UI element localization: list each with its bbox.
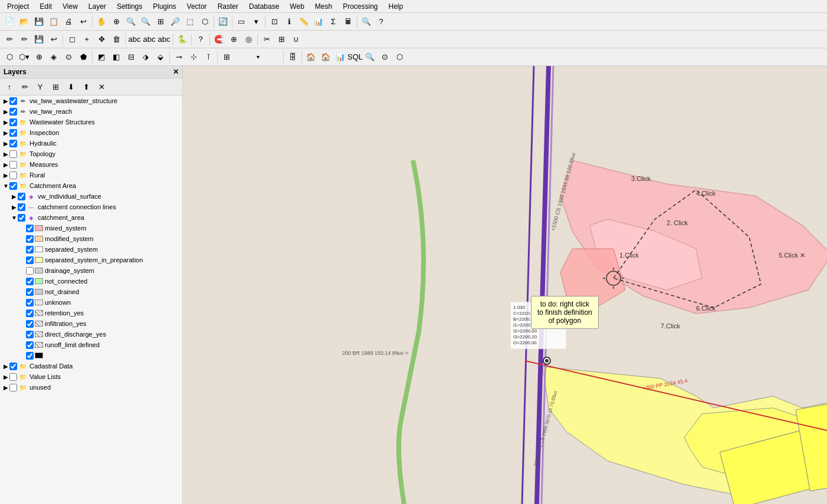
edit-button[interactable]: ✏ xyxy=(17,32,31,47)
layers-filter-button[interactable]: Y xyxy=(33,80,47,94)
expand-icon[interactable]: ▶ xyxy=(2,140,9,147)
select-button[interactable]: ▭ xyxy=(234,15,248,29)
layer-checkbox[interactable] xyxy=(26,246,34,253)
layer-checkbox[interactable] xyxy=(26,256,34,264)
layer-checkbox[interactable] xyxy=(26,331,34,338)
help-btn2[interactable]: ? xyxy=(193,32,208,47)
expand-icon[interactable]: ▶ xyxy=(2,162,9,168)
zoom-layer-button[interactable]: 🔎 xyxy=(168,15,182,29)
layer-checkbox[interactable] xyxy=(9,118,17,126)
layer-checkbox[interactable] xyxy=(9,182,17,190)
layer-checkbox[interactable] xyxy=(18,203,25,211)
zoom-selection-button[interactable]: ⬚ xyxy=(183,15,197,29)
layer-row[interactable]: ▶ 📁 Cadastral Data xyxy=(0,361,182,371)
calculator-button[interactable]: 🖩 xyxy=(341,15,355,29)
expand-icon[interactable]: ▶ xyxy=(2,119,9,126)
snap3-button[interactable]: ◎ xyxy=(241,32,255,47)
adv9[interactable]: ⊟ xyxy=(124,50,138,64)
layer-row[interactable]: ▶ 📁 Wastewater Structures xyxy=(0,117,182,127)
measure-button[interactable]: 📏 xyxy=(297,15,311,29)
save-edits-button[interactable]: 💾 xyxy=(32,32,46,47)
layer-checkbox[interactable] xyxy=(9,129,17,137)
layer-row[interactable]: ▶ 📁 unused xyxy=(0,382,182,393)
layer-checkbox[interactable] xyxy=(26,309,34,317)
locator-button[interactable]: 🔍 xyxy=(359,15,373,29)
layer-checkbox[interactable] xyxy=(9,140,17,147)
layer-checkbox[interactable] xyxy=(9,384,17,391)
layers-open-button[interactable]: ↑ xyxy=(2,80,17,94)
menu-view[interactable]: View xyxy=(58,1,83,12)
layer-checkbox[interactable] xyxy=(9,161,17,169)
layer-row[interactable]: ▶ ✏ vw_tww_wastewater_structure xyxy=(0,95,182,106)
menu-plugins[interactable]: Plugins xyxy=(148,1,181,12)
layers-add-group[interactable]: ⊞ xyxy=(48,80,63,94)
adv22[interactable]: 🔍 xyxy=(363,50,377,64)
expand-icon[interactable]: ▶ xyxy=(2,374,9,380)
snap2-button[interactable]: ⊕ xyxy=(227,32,241,47)
layer-row[interactable]: ▶ 📁 Hydraulic xyxy=(0,138,182,149)
layer-row[interactable]: ▶ — catchment connection lines xyxy=(0,202,182,212)
layer-row[interactable]: ▶ ✏ vw_tww_reach xyxy=(0,106,182,117)
adv10[interactable]: ⬗ xyxy=(139,50,153,64)
menu-database[interactable]: Database xyxy=(244,1,284,12)
adv14[interactable]: ⊺ xyxy=(201,50,215,64)
rollback-button[interactable]: ↩ xyxy=(47,32,61,47)
layer-row[interactable]: ▶ 📁 Value Lists xyxy=(0,371,182,382)
adv21[interactable]: SQL xyxy=(348,50,362,64)
layer-row[interactable]: ▶ 📁 Measures xyxy=(0,159,182,170)
expand-icon[interactable]: ▶ xyxy=(2,151,9,157)
refresh-button[interactable]: 🔄 xyxy=(216,15,230,29)
layer-row[interactable]: ▶ 📁 Topology xyxy=(0,149,182,159)
expand-icon[interactable]: ▼ xyxy=(2,183,9,189)
menu-layer[interactable]: Layer xyxy=(84,1,111,12)
adv18[interactable]: 🏠 xyxy=(304,50,318,64)
layers-remove-button[interactable]: ✕ xyxy=(94,80,109,94)
layer-row[interactable]: ▶ ◈ vw_individual_surface xyxy=(0,191,182,202)
adv24[interactable]: ⬡ xyxy=(392,50,406,64)
pan-map-button[interactable]: ⊕ xyxy=(109,15,123,29)
zoom-out-button[interactable]: 🔍 xyxy=(139,15,153,29)
layer-checkbox[interactable] xyxy=(26,341,34,349)
layer-checkbox[interactable] xyxy=(26,267,34,275)
layers-close-btn[interactable]: ✕ xyxy=(173,68,179,76)
open-project-button[interactable]: 📂 xyxy=(17,15,31,29)
save-as-button[interactable]: 📋 xyxy=(47,15,61,29)
expand-icon[interactable]: ▼ xyxy=(11,215,18,221)
expand-icon[interactable]: ▶ xyxy=(2,98,9,104)
digitize-more1[interactable]: ✂ xyxy=(260,32,274,47)
layer-row[interactable]: ▶ 📁 Inspection xyxy=(0,127,182,138)
adv19[interactable]: 🏠 xyxy=(319,50,333,64)
adv4[interactable]: ◈ xyxy=(47,50,61,64)
adv16[interactable]: ▾ xyxy=(234,50,281,64)
adv1[interactable]: ⬡ xyxy=(2,50,17,64)
layer-checkbox[interactable] xyxy=(9,108,17,116)
zoom-full-button[interactable]: ⊞ xyxy=(153,15,168,29)
expand-icon[interactable]: ▶ xyxy=(11,204,18,210)
snap-button[interactable]: 🧲 xyxy=(212,32,226,47)
layer-checkbox[interactable] xyxy=(9,363,17,370)
layer-checkbox[interactable] xyxy=(26,235,34,243)
python-button[interactable]: 🐍 xyxy=(175,32,189,47)
pan-button[interactable]: ✋ xyxy=(94,15,109,29)
adv6[interactable]: ⬟ xyxy=(76,50,90,64)
layer-checkbox[interactable] xyxy=(9,172,17,179)
digitize-more2[interactable]: ⊞ xyxy=(274,32,288,47)
statistics-button[interactable]: Σ xyxy=(326,15,340,29)
move-feature-button[interactable]: ✥ xyxy=(94,32,109,47)
layer-checkbox[interactable] xyxy=(9,373,17,381)
adv3[interactable]: ⊕ xyxy=(32,50,46,64)
layer-checkbox[interactable] xyxy=(26,320,34,328)
select-dropdown[interactable]: ▾ xyxy=(249,15,263,29)
menu-processing[interactable]: Processing xyxy=(338,1,382,12)
zoom-native-button[interactable]: ⬡ xyxy=(198,15,212,29)
tips-button[interactable]: ? xyxy=(374,15,388,29)
menu-web[interactable]: Web xyxy=(285,1,309,12)
layer-checkbox[interactable] xyxy=(9,97,17,105)
label-button[interactable]: abc xyxy=(127,32,142,47)
adv15[interactable]: ⊞ xyxy=(219,50,234,64)
adv2[interactable]: ⬡▾ xyxy=(17,50,31,64)
zoom-in-button[interactable]: 🔍 xyxy=(124,15,138,29)
expand-icon[interactable]: ▶ xyxy=(2,130,9,136)
adv7[interactable]: ◩ xyxy=(94,50,109,64)
expand-icon[interactable]: ▶ xyxy=(2,363,9,370)
